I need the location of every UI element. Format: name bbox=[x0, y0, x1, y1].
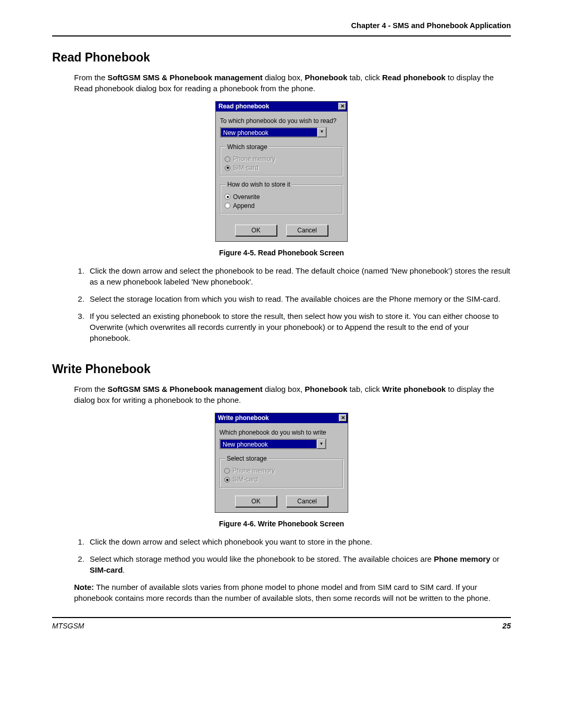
radio-label: Overwrite bbox=[233, 193, 260, 201]
group-which-storage: Which storage Phone memory SIM-card bbox=[220, 143, 343, 177]
chevron-down-icon[interactable]: ▼ bbox=[317, 439, 326, 449]
page-number: 25 bbox=[503, 621, 511, 632]
header-rule bbox=[52, 35, 511, 36]
radio-label: Phone memory bbox=[233, 155, 275, 163]
radio-label: SIM-card bbox=[233, 164, 259, 172]
prompt-text: Which phonebook do you wish to write bbox=[219, 428, 344, 437]
combo-value[interactable]: New phonebook bbox=[221, 128, 317, 137]
ok-button[interactable]: OK bbox=[235, 496, 277, 507]
write-steps-list: Click the down arrow and select which ph… bbox=[74, 536, 511, 575]
combo-value[interactable]: New phonebook bbox=[220, 439, 317, 449]
group-how-store: How do wish to store it Overwrite Append bbox=[220, 180, 343, 214]
list-item: Select which storage method you would li… bbox=[87, 553, 511, 575]
phonebook-combo[interactable]: New phonebook ▼ bbox=[219, 439, 326, 449]
close-icon[interactable]: ✕ bbox=[339, 414, 347, 422]
read-steps-list: Click the down arrow and select the phon… bbox=[74, 265, 511, 343]
heading-write-phonebook: Write Phonebook bbox=[52, 361, 511, 377]
footer-rule bbox=[52, 617, 511, 618]
chapter-header: Chapter 4 - SMS and Phonebook Applicatio… bbox=[52, 21, 511, 31]
phonebook-combo[interactable]: New phonebook ▼ bbox=[220, 127, 327, 138]
dialog-title: Read phonebook bbox=[218, 102, 269, 110]
list-item: Select the storage location from which y… bbox=[87, 293, 511, 304]
group-legend: Which storage bbox=[226, 143, 269, 151]
read-phonebook-dialog: Read phonebook ✕ To which phonebook do y… bbox=[215, 101, 348, 242]
group-select-storage: Select storage Phone memory SIM-card bbox=[219, 454, 344, 488]
dialog-title: Write phonebook bbox=[218, 414, 269, 422]
titlebar[interactable]: Read phonebook ✕ bbox=[216, 102, 347, 112]
close-icon[interactable]: ✕ bbox=[338, 103, 346, 110]
radio-overwrite[interactable] bbox=[225, 194, 230, 200]
figure-caption-4-6: Figure 4-6. Write Phonebook Screen bbox=[52, 519, 511, 529]
radio-phone-memory[interactable] bbox=[225, 156, 230, 162]
note-text: Note: The number of available slots vari… bbox=[74, 582, 511, 603]
group-legend: Select storage bbox=[225, 454, 268, 463]
intro-write: From the SoftGSM SMS & Phonebook managem… bbox=[74, 384, 511, 405]
chevron-down-icon[interactable]: ▼ bbox=[317, 128, 326, 137]
intro-read: From the SoftGSM SMS & Phonebook managem… bbox=[74, 72, 511, 94]
group-legend: How do wish to store it bbox=[226, 180, 292, 189]
radio-append[interactable] bbox=[225, 203, 230, 208]
list-item: Click the down arrow and select which ph… bbox=[87, 536, 511, 547]
radio-label: SIM-card bbox=[232, 475, 258, 484]
figure-caption-4-5: Figure 4-5. Read Phonebook Screen bbox=[52, 248, 511, 258]
cancel-button[interactable]: Cancel bbox=[286, 225, 328, 236]
footer-doc-name: MTSGSM bbox=[52, 621, 84, 632]
write-phonebook-dialog: Write phonebook ✕ Which phonebook do you… bbox=[215, 413, 348, 513]
radio-sim-card[interactable] bbox=[224, 477, 230, 483]
list-item: If you selected an existing phonebook to… bbox=[87, 311, 511, 343]
list-item: Click the down arrow and select the phon… bbox=[87, 265, 511, 287]
radio-sim-card[interactable] bbox=[225, 165, 230, 171]
heading-read-phonebook: Read Phonebook bbox=[52, 50, 511, 66]
titlebar[interactable]: Write phonebook ✕ bbox=[215, 413, 348, 423]
prompt-text: To which phonebook do you wish to read? bbox=[220, 117, 343, 125]
cancel-button[interactable]: Cancel bbox=[286, 496, 328, 507]
radio-phone-memory[interactable] bbox=[224, 468, 230, 474]
radio-label: Phone memory bbox=[232, 466, 275, 475]
ok-button[interactable]: OK bbox=[235, 225, 277, 236]
radio-label: Append bbox=[233, 202, 254, 210]
